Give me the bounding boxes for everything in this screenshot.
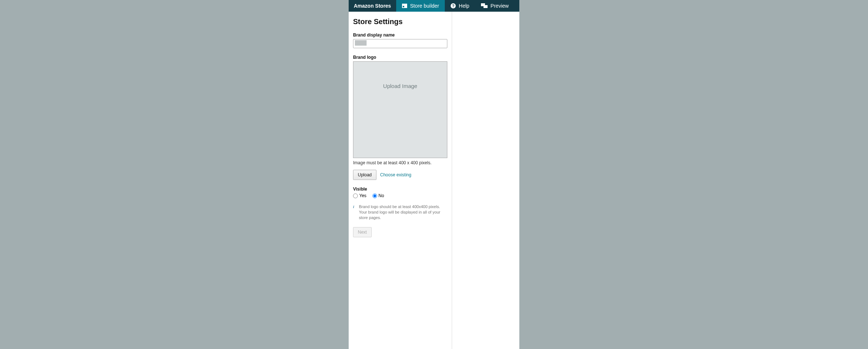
svg-rect-2 [403,6,404,7]
visible-no-radio[interactable] [372,193,377,198]
visible-radio-group: Yes No [353,193,447,198]
brand-logo-label: Brand logo [353,55,447,60]
upload-zone-text: Upload Image [383,83,417,89]
help-icon: ? [451,3,456,8]
brand-name-label: Brand display name [353,32,447,38]
nav-store-builder-label: Store builder [410,3,439,9]
svg-rect-6 [484,5,488,8]
preview-icon [481,3,488,8]
visible-no-option[interactable]: No [372,193,384,198]
upload-button[interactable]: Upload [353,170,376,180]
nav-help-label: Help [459,3,469,9]
main-area: Store Settings Brand display name Brand … [349,12,519,349]
upload-image-zone[interactable]: Upload Image [353,61,447,158]
svg-text:?: ? [452,4,455,8]
redacted-text [355,40,367,46]
nav-amazon-stores-label: Amazon Stores [354,3,391,9]
nav-preview[interactable]: Preview [475,0,515,12]
visible-yes-radio[interactable] [353,193,358,198]
svg-rect-1 [402,4,407,5]
visible-yes-option[interactable]: Yes [353,193,367,198]
visible-yes-label: Yes [359,193,367,198]
nav-amazon-stores[interactable]: Amazon Stores [349,0,396,12]
nav-help[interactable]: ? Help [445,0,475,12]
app-window: Amazon Stores Store builder ? Help Previ… [349,0,519,349]
page-title: Store Settings [353,18,447,26]
settings-panel: Store Settings Brand display name Brand … [349,12,452,349]
nav-preview-label: Preview [490,3,509,9]
nav-store-builder[interactable]: Store builder [396,0,445,12]
next-button[interactable]: Next [353,227,372,237]
store-icon [402,4,407,8]
info-text: Brand logo should be at least 400x400 pi… [359,204,447,220]
visible-no-label: No [379,193,384,198]
brand-name-input[interactable] [353,39,447,48]
info-icon: i [353,204,357,220]
image-size-hint: Image must be at least 400 x 400 pixels. [353,160,447,165]
right-pane [452,12,519,349]
upload-actions: Upload Choose existing [353,170,447,180]
info-box: i Brand logo should be at least 400x400 … [353,204,447,220]
visible-label: Visible [353,187,447,192]
top-nav: Amazon Stores Store builder ? Help Previ… [349,0,519,12]
choose-existing-link[interactable]: Choose existing [380,172,411,177]
